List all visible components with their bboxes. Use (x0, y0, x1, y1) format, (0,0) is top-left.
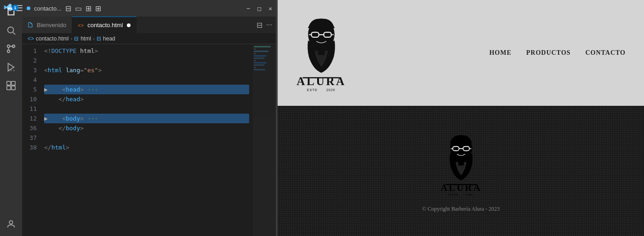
alura-logo-white: ALURA ESTD 2020 (440, 129, 482, 200)
activity-icon-account[interactable] (3, 216, 19, 232)
site-header: ALURA ESTD 2020 HOME PRODUCTOS CONTACTO (278, 0, 644, 106)
titlebar: ☰ contacto... ⊟ ▭ ⊞ ⊞ − □ ✕ (0, 0, 276, 17)
layout-icon-grid[interactable]: ⊞ (95, 4, 101, 13)
layout-icon-panel[interactable]: ▭ (75, 4, 82, 13)
breadcrumb-html-icon: ⊟ (74, 35, 79, 42)
breadcrumb-head[interactable]: ⊟ head (97, 35, 115, 42)
tab-bar-actions: ⊟ ··· (256, 17, 276, 33)
explorer-badge: 1 (12, 5, 18, 11)
code-line-11 (44, 104, 249, 114)
activity-icon-search[interactable] (3, 22, 19, 39)
layout-controls: ⊟ ▭ ⊞ ⊞ (65, 4, 101, 13)
more-tabs-icon[interactable]: ··· (266, 21, 272, 29)
breadcrumb-head-label: head (103, 35, 115, 42)
svg-text:ALURA: ALURA (440, 182, 482, 193)
minimize-button[interactable]: − (247, 5, 251, 12)
code-line-36: </body> (44, 123, 249, 133)
code-line-2 (44, 56, 249, 65)
browser-preview: ALURA ESTD 2020 HOME PRODUCTOS CONTACTO (278, 0, 644, 236)
code-line-4 (44, 75, 249, 85)
tab-contacto-icon: <> (78, 23, 84, 28)
svg-rect-23 (318, 50, 325, 55)
close-button[interactable]: ✕ (268, 5, 272, 12)
layout-icon-split[interactable]: ⊟ (65, 4, 71, 13)
breadcrumb-head-icon: ⊟ (97, 35, 101, 42)
tab-bienvenido-label: Bienvenido (37, 22, 66, 29)
svg-rect-12 (7, 81, 11, 85)
breadcrumb-html[interactable]: ⊟ html (74, 35, 91, 42)
svg-rect-34 (458, 161, 464, 166)
svg-point-7 (7, 50, 10, 53)
split-editor-icon[interactable]: ⊟ (256, 21, 262, 29)
code-line-5: ▶ <head> ··· (44, 85, 249, 94)
line-numbers: 1 2 3 4 5 10 11 12 36 37 38 (22, 44, 40, 236)
nav-contacto[interactable]: CONTACTO (585, 49, 626, 57)
activity-icon-run[interactable] (3, 59, 19, 75)
code-line-3: <html lang="es"> (44, 65, 249, 75)
svg-text:2020: 2020 (465, 193, 473, 196)
svg-text:ESTD: ESTD (307, 88, 318, 92)
tab-bienvenido[interactable]: Bienvenido (22, 17, 72, 33)
breadcrumb-file-icon: <> (28, 35, 34, 42)
code-line-38: </html> (44, 143, 249, 152)
activity-icon-source-control[interactable] (3, 40, 19, 57)
svg-rect-15 (11, 86, 15, 90)
activity-bar: 1 (0, 0, 22, 236)
svg-rect-2 (8, 15, 15, 16)
site-footer: ALURA ESTD 2020 © Copyright Barbería Alu… (278, 106, 644, 236)
svg-point-4 (8, 27, 14, 33)
tab-contacto[interactable]: <> contacto.html (72, 17, 136, 33)
activity-icon-extensions[interactable] (3, 77, 19, 94)
breadcrumb-html-label: html (80, 35, 91, 42)
window-controls: − □ ✕ (247, 5, 272, 12)
minimap (253, 44, 276, 236)
code-content[interactable]: <!DOCTYPE html> <html lang="es"> ▶ <head… (40, 44, 253, 236)
tab-bar: Bienvenido <> contacto.html ⊟ ··· (22, 17, 276, 33)
svg-rect-14 (7, 86, 11, 90)
modified-dot (27, 6, 30, 10)
svg-point-16 (9, 221, 12, 224)
breadcrumb-file-label: contacto.html (36, 35, 68, 42)
code-line-10: </head> (44, 94, 249, 104)
code-line-37 (44, 133, 249, 143)
svg-line-5 (13, 32, 15, 35)
tab-contacto-label: contacto.html (87, 22, 123, 29)
editor-area: Bienvenido <> contacto.html ⊟ ··· <> con… (22, 17, 276, 236)
titlebar-filename: contacto... (34, 5, 62, 12)
vscode-blue-icon (28, 22, 33, 28)
layout-icon-editor[interactable]: ⊞ (85, 4, 91, 13)
site-nav: HOME PRODUCTOS CONTACTO (489, 49, 626, 57)
svg-marker-9 (8, 63, 14, 71)
tab-modified-dot (127, 23, 131, 27)
nav-home[interactable]: HOME (489, 49, 511, 57)
svg-text:2020: 2020 (326, 88, 336, 92)
maximize-button[interactable]: □ (257, 5, 261, 12)
svg-rect-13 (11, 81, 15, 85)
svg-rect-1 (8, 8, 9, 16)
svg-text:ESTD: ESTD (449, 193, 457, 196)
activity-icon-explorer[interactable]: 1 (3, 4, 19, 20)
svg-point-6 (7, 45, 10, 48)
code-line-12: ▶ <body> ··· (44, 114, 249, 123)
alura-logo-black: ALURA ESTD 2020 (296, 12, 347, 94)
breadcrumb: <> contacto.html › ⊟ html › ⊟ head (22, 33, 276, 44)
code-line-1: <!DOCTYPE html> (44, 46, 249, 56)
nav-productos[interactable]: PRODUCTOS (526, 49, 571, 57)
code-editor: 1 2 3 4 5 10 11 12 36 37 38 <!DOCTYPE ht… (22, 44, 276, 236)
footer-copyright: © Copyright Barbería Alura - 2023 (422, 206, 500, 213)
breadcrumb-file[interactable]: <> contacto.html (28, 35, 68, 42)
svg-text:ALURA: ALURA (296, 75, 346, 87)
